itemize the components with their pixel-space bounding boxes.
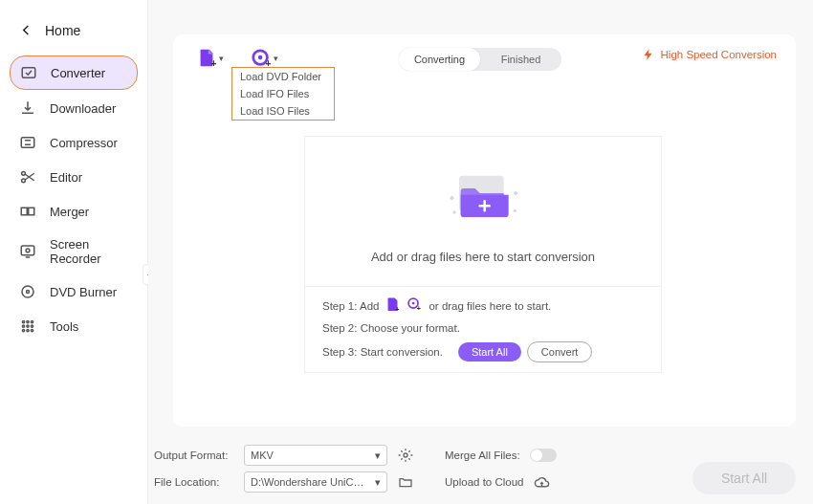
add-disc-button[interactable]: + ▾ [251,48,278,69]
grid-icon [19,318,36,335]
file-location-label: File Location: [154,476,234,488]
disc-dropdown: Load DVD Folder Load IFO Files Load ISO … [231,67,335,121]
svg-rect-15 [29,208,34,215]
svg-point-40 [412,302,415,305]
sidebar: Home Converter Downloader Compressor Edi… [0,0,148,504]
sidebar-item-label: DVD Burner [50,285,117,299]
download-icon [19,99,36,117]
sidebar-item-downloader[interactable]: Downloader [10,92,138,124]
step3-text: Step 3: Start conversion. [322,346,443,358]
cloud-upload-icon[interactable] [533,473,550,491]
svg-point-23 [22,325,24,327]
svg-point-25 [31,325,33,327]
chevron-down-icon: ▾ [375,449,381,462]
add-file-button[interactable]: + ▾ [196,48,224,69]
main-area: + ▾ + ▾ Converting Finished High Speed C… [148,0,813,504]
converter-card: + ▾ + ▾ Converting Finished High Speed C… [173,34,796,427]
cloud-label: Upload to Cloud [445,476,523,488]
svg-point-19 [27,291,30,294]
compress-icon [19,134,36,151]
file-location-select[interactable]: D:\Wondershare UniConverter 1 ▾ [244,471,387,493]
svg-point-36 [452,210,455,213]
svg-text:+: + [417,305,421,313]
step1-suffix: or drag files here to start. [428,300,551,312]
svg-text:+: + [211,58,217,69]
svg-point-22 [31,320,33,322]
drop-zone-text: Add or drag files here to start conversi… [371,250,595,264]
svg-point-31 [258,55,263,60]
svg-text:+: + [396,306,400,313]
sidebar-item-tools[interactable]: Tools [10,310,138,342]
step1-prefix: Step 1: Add [322,300,379,312]
add-disc-mini-icon: + [406,296,423,315]
sidebar-item-label: Compressor [50,136,118,150]
sidebar-title: Home [45,23,80,38]
sidebar-item-converter[interactable]: Converter [10,55,138,90]
chevron-down-icon: ▾ [375,476,381,489]
dropdown-item-dvd-folder[interactable]: Load DVD Folder [232,68,334,85]
output-format-label: Output Format: [154,449,234,461]
sidebar-item-editor[interactable]: Editor [10,161,138,193]
sidebar-item-dvd-burner[interactable]: DVD Burner [10,275,138,308]
sidebar-item-compressor[interactable]: Compressor [10,126,138,159]
chevron-down-icon: ▾ [219,54,224,63]
sidebar-item-screen-recorder[interactable]: Screen Recorder [10,230,138,274]
svg-point-18 [22,286,33,297]
sidebar-item-label: Merger [50,205,89,219]
tab-finished[interactable]: Finished [480,48,561,71]
disc-icon [19,283,36,300]
back-button[interactable] [21,23,32,38]
svg-point-37 [514,208,516,211]
svg-rect-11 [21,138,34,148]
svg-point-26 [22,329,24,331]
drop-zone[interactable]: Add or drag files here to start conversi… [304,136,662,373]
footer: Output Format: MKV ▾ Merge All Files: Fi… [154,445,796,498]
status-tabs: Converting Finished [399,48,561,71]
step2-text: Step 2: Choose your format. [322,322,460,334]
svg-rect-14 [21,208,27,215]
svg-point-20 [22,320,24,322]
settings-gear-icon[interactable] [397,447,414,464]
svg-point-27 [27,329,29,331]
svg-rect-10 [22,68,35,78]
merge-label: Merge All Files: [445,449,520,461]
tab-converting[interactable]: Converting [399,48,480,71]
start-all-button[interactable]: Start All [458,342,521,362]
open-folder-icon[interactable] [397,473,414,491]
scissors-icon [19,168,36,186]
chevron-down-icon: ▾ [274,54,278,63]
svg-rect-16 [21,246,34,255]
output-format-select[interactable]: MKV ▾ [244,445,387,466]
sidebar-item-label: Downloader [50,101,116,116]
svg-point-42 [404,453,407,457]
sidebar-item-label: Tools [50,319,78,334]
sidebar-item-label: Editor [50,170,82,185]
screen-icon [19,243,36,260]
svg-point-21 [27,320,29,322]
sidebar-item-merger[interactable]: Merger [10,195,138,228]
sidebar-item-label: Converter [51,66,105,80]
svg-point-28 [31,329,33,331]
svg-point-24 [27,325,29,327]
add-file-mini-icon: + [385,296,401,315]
dropdown-item-iso[interactable]: Load ISO Files [232,102,334,120]
converter-icon [20,64,37,81]
folder-plus-illustration [435,160,531,236]
merge-toggle[interactable] [530,449,557,462]
high-speed-conversion[interactable]: High Speed Conversion [642,48,777,61]
convert-button[interactable]: Convert [527,341,593,362]
sidebar-item-label: Screen Recorder [50,237,128,266]
dropdown-item-ifo[interactable]: Load IFO Files [232,85,334,102]
start-all-main-button[interactable]: Start All [692,462,796,494]
merge-icon [19,203,36,220]
hsc-label: High Speed Conversion [661,49,777,60]
svg-point-17 [26,249,30,252]
